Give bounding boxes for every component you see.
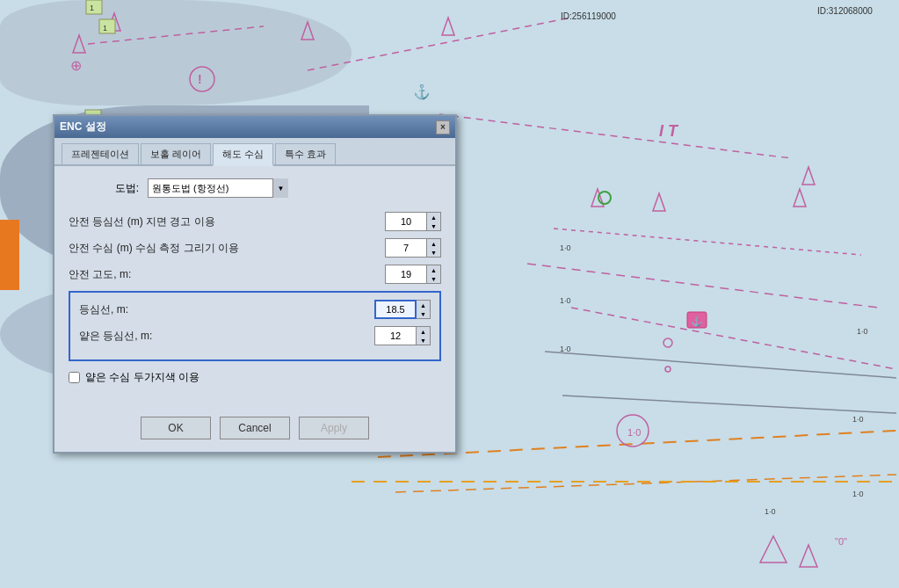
dialog-body: 도법: 원통도법 (항정선) ▼ 안전 등심선 (m) 지면 경고 이용 ▲ ▼: [54, 166, 455, 406]
safe-altitude-input[interactable]: [385, 265, 427, 284]
shallow-color-row: 얕은 수심 두가지색 이용: [69, 370, 441, 385]
dialog-buttons: OK Cancel Apply: [54, 406, 455, 452]
tab-layer[interactable]: 보홀 레이어: [141, 143, 211, 164]
ok-button[interactable]: OK: [141, 417, 211, 439]
safe-contour-spinner: ▲ ▼: [385, 212, 441, 231]
safe-contour-label: 안전 등심선 (m) 지면 경고 이용: [69, 214, 385, 229]
shallow-contour-spinner-buttons: ▲ ▼: [417, 326, 431, 345]
safe-altitude-row: 안전 고도, m: ▲ ▼: [69, 265, 441, 284]
safe-depth-label: 안전 수심 (m) 수심 측정 그리기 이용: [69, 241, 385, 256]
shallow-color-label: 얕은 수심 두가지색 이용: [85, 370, 199, 385]
enc-settings-dialog: ENC 설정 × 프레젠테이션 보홀 레이어 해도 수심 특수 효과 도법: 원…: [53, 114, 457, 454]
shallow-contour-input[interactable]: [374, 326, 417, 345]
shallow-contour-row: 얕은 등심선, m: ▲ ▼: [79, 326, 431, 345]
safe-depth-down-button[interactable]: ▼: [427, 248, 440, 257]
safe-altitude-spinner: ▲ ▼: [385, 265, 441, 284]
safe-contour-spinner-buttons: ▲ ▼: [427, 212, 441, 231]
tab-effects[interactable]: 특수 효과: [275, 143, 336, 164]
safe-altitude-down-button[interactable]: ▼: [427, 274, 440, 283]
contour-label: 등심선, m:: [79, 302, 374, 317]
dialog-titlebar: ENC 설정 ×: [54, 116, 455, 138]
safe-contour-up-button[interactable]: ▲: [427, 213, 440, 221]
dobeop-select-wrapper: 원통도법 (항정선) ▼: [148, 178, 288, 198]
safe-depth-spinner: ▲ ▼: [385, 238, 441, 258]
safe-contour-down-button[interactable]: ▼: [427, 221, 440, 230]
dialog-title: ENC 설정: [60, 120, 106, 134]
contour-input[interactable]: [374, 300, 417, 319]
safe-depth-row: 안전 수심 (m) 수심 측정 그리기 이용 ▲ ▼: [69, 238, 441, 258]
shallow-contour-spinner: ▲ ▼: [374, 326, 431, 345]
cancel-button[interactable]: Cancel: [220, 417, 290, 439]
contour-row: 등심선, m: ▲ ▼: [79, 300, 431, 319]
contour-spinner: ▲ ▼: [374, 300, 431, 319]
contour-spinner-buttons: ▲ ▼: [417, 300, 431, 319]
dobeop-row: 도법: 원통도법 (항정선) ▼: [69, 178, 441, 198]
shallow-contour-up-button[interactable]: ▲: [417, 327, 430, 336]
safe-altitude-spinner-buttons: ▲ ▼: [427, 265, 441, 284]
safe-altitude-up-button[interactable]: ▲: [427, 265, 440, 274]
tab-hydrography[interactable]: 해도 수심: [213, 143, 273, 166]
contour-down-button[interactable]: ▼: [417, 309, 430, 318]
shallow-contour-down-button[interactable]: ▼: [417, 336, 430, 345]
safe-depth-input[interactable]: [385, 238, 427, 258]
tab-presentation[interactable]: 프레젠테이션: [62, 143, 139, 164]
apply-button[interactable]: Apply: [299, 417, 369, 439]
contour-up-button[interactable]: ▲: [417, 301, 430, 309]
dobeop-select[interactable]: 원통도법 (항정선): [148, 178, 288, 198]
dobeop-label: 도법:: [69, 181, 139, 196]
dialog-tabs: 프레젠테이션 보홀 레이어 해도 수심 특수 효과: [54, 138, 455, 166]
safe-depth-up-button[interactable]: ▲: [427, 239, 440, 248]
dialog-overlay: ENC 설정 × 프레젠테이션 보홀 레이어 해도 수심 특수 효과 도법: 원…: [0, 0, 899, 588]
shallow-color-checkbox[interactable]: [69, 372, 80, 383]
contour-group-box: 등심선, m: ▲ ▼ 얕은 등심선, m: ▲: [69, 291, 441, 361]
safe-contour-row: 안전 등심선 (m) 지면 경고 이용 ▲ ▼: [69, 212, 441, 231]
safe-altitude-label: 안전 고도, m:: [69, 267, 385, 282]
shallow-contour-label: 얕은 등심선, m:: [79, 329, 374, 344]
safe-depth-spinner-buttons: ▲ ▼: [427, 238, 441, 258]
safe-contour-input[interactable]: [385, 212, 427, 231]
close-button[interactable]: ×: [436, 120, 450, 134]
